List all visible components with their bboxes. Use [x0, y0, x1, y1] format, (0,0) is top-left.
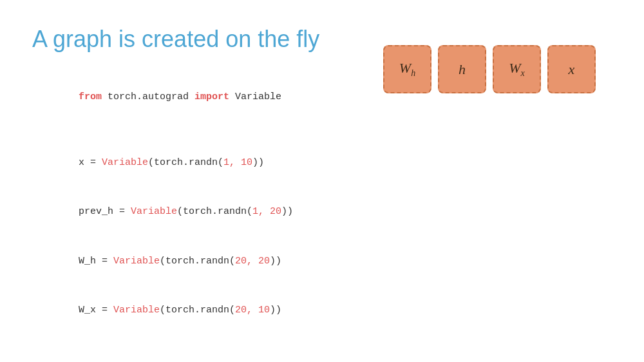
code-args: (torch.randn( [148, 157, 223, 168]
box-h-label: h [459, 61, 466, 78]
code-var-x: x = [79, 157, 102, 168]
code-line-4: prev_h = Variable(torch.randn(1, 20)) [32, 187, 367, 237]
code-num1: 1, 10 [223, 157, 252, 168]
code-line-6: W_x = Variable(torch.randn(20, 10)) [32, 286, 367, 336]
box-wx: Wx [493, 45, 541, 93]
box-wx-sub: x [521, 68, 525, 78]
box-x: x [547, 45, 596, 93]
code-num2: 1, 20 [252, 206, 281, 217]
box-wh-label: Wh [399, 60, 415, 79]
code-close3: )) [270, 256, 281, 267]
code-args4: (torch.randn( [160, 305, 235, 316]
code-fn2: Variable [131, 206, 177, 217]
code-var-prevh: prev_h = [79, 206, 131, 217]
box-wh: Wh [383, 45, 431, 93]
code-num4: 20, 10 [235, 305, 270, 316]
code-num3: 20, 20 [235, 256, 270, 267]
box-wx-label: Wx [509, 60, 525, 79]
code-fn3: Variable [113, 256, 160, 267]
code-line-1: from torch.autograd import Variable [32, 72, 367, 122]
main-container: A graph is created on the fly from torch… [0, 0, 644, 362]
box-x-label: x [569, 61, 575, 78]
code-var-wx: W_x = [79, 305, 113, 316]
code-block: from torch.autograd import Variable x = … [32, 72, 367, 335]
code-close: )) [252, 157, 264, 168]
box-h: h [438, 45, 486, 93]
left-panel: A graph is created on the fly from torch… [32, 26, 367, 336]
code-fn: Variable [102, 157, 148, 168]
code-close4: )) [270, 305, 281, 316]
code-fn4: Variable [113, 305, 160, 316]
code-line-5: W_h = Variable(torch.randn(20, 20)) [32, 236, 367, 286]
code-args3: (torch.randn( [160, 256, 235, 267]
code-args2: (torch.randn( [177, 206, 252, 217]
code-line-blank [32, 122, 367, 138]
keyword-from: from [79, 91, 102, 102]
code-text-2: Variable [229, 91, 281, 102]
slide-title: A graph is created on the fly [32, 26, 367, 53]
right-panel: Wh h Wx x [367, 26, 612, 336]
code-close2: )) [281, 206, 293, 217]
box-wh-sub: h [411, 68, 415, 78]
keyword-import: import [194, 91, 229, 102]
code-var-wh: W_h = [79, 256, 113, 267]
code-line-3: x = Variable(torch.randn(1, 10)) [32, 138, 367, 187]
code-text: torch.autograd [102, 91, 194, 102]
